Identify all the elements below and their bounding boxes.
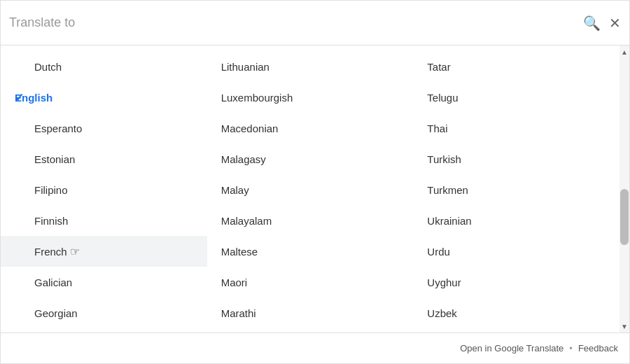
- footer: Open in Google Translate • Feedback: [1, 332, 629, 363]
- language-label-tatar: Tatar: [427, 61, 450, 73]
- language-item-urdu[interactable]: Urdu: [413, 236, 620, 267]
- open-in-google-translate-link[interactable]: Open in Google Translate: [460, 343, 564, 354]
- language-item-dutch[interactable]: Dutch: [1, 51, 207, 82]
- language-label-uyghur: Uyghur: [427, 276, 461, 288]
- language-item-malay[interactable]: Malay: [207, 174, 414, 205]
- language-label-malagasy: Malagasy: [221, 153, 266, 165]
- language-label-estonian: Estonian: [34, 153, 75, 165]
- search-icon[interactable]: 🔍: [583, 15, 601, 31]
- language-label-uzbek: Uzbek: [427, 307, 457, 319]
- language-label-turkmen: Turkmen: [427, 184, 468, 196]
- language-item-thai[interactable]: Thai: [413, 113, 620, 144]
- language-label-finnish: Finnish: [34, 215, 68, 227]
- language-item-finnish[interactable]: Finnish: [1, 205, 207, 236]
- feedback-link[interactable]: Feedback: [578, 343, 618, 354]
- language-item-turkmen[interactable]: Turkmen: [413, 174, 620, 205]
- language-label-esperanto: Esperanto: [34, 122, 82, 134]
- language-column-1: Dutch✓EnglishEsperantoEstonianFilipinoFi…: [1, 46, 207, 332]
- language-label-marathi: Marathi: [221, 307, 256, 319]
- language-label-galician: Galician: [34, 276, 72, 288]
- cursor-icon: ☞: [70, 245, 80, 258]
- language-item-tatar[interactable]: Tatar: [413, 51, 620, 82]
- language-label-macedonian: Macedonian: [221, 122, 279, 134]
- search-input[interactable]: [9, 15, 578, 30]
- language-item-georgian[interactable]: Georgian: [1, 298, 207, 328]
- language-label-malayalam: Malayalam: [221, 215, 272, 227]
- language-item-lithuanian[interactable]: Lithuanian: [207, 51, 414, 82]
- scrollbar-track: ▲ ▼: [620, 46, 629, 332]
- check-icon: ✓: [15, 91, 24, 104]
- language-item-maltese[interactable]: Maltese: [207, 236, 414, 267]
- language-label-dutch: Dutch: [34, 61, 62, 73]
- language-item-turkish[interactable]: Turkish: [413, 144, 620, 174]
- language-item-macedonian[interactable]: Macedonian: [207, 113, 414, 144]
- language-item-ukrainian[interactable]: Ukrainian: [413, 205, 620, 236]
- language-item-galician[interactable]: Galician: [1, 267, 207, 298]
- close-icon[interactable]: ✕: [609, 15, 621, 31]
- language-item-telugu[interactable]: Telugu: [413, 82, 620, 113]
- language-item-malagasy[interactable]: Malagasy: [207, 144, 414, 174]
- language-label-malay: Malay: [221, 184, 249, 196]
- language-item-uyghur[interactable]: Uyghur: [413, 267, 620, 298]
- search-bar: 🔍 ✕: [1, 1, 629, 46]
- language-item-english[interactable]: ✓English: [1, 82, 207, 113]
- language-label-maori: Maori: [221, 276, 248, 288]
- language-item-esperanto[interactable]: Esperanto: [1, 113, 207, 144]
- language-label-turkish: Turkish: [427, 153, 461, 165]
- language-column-3: TatarTeluguThaiTurkishTurkmenUkrainianUr…: [413, 46, 620, 332]
- footer-dot: •: [569, 343, 573, 354]
- language-label-telugu: Telugu: [427, 92, 458, 104]
- language-label-lithuanian: Lithuanian: [221, 61, 270, 73]
- scrollbar-arrow-down[interactable]: ▼: [620, 320, 629, 332]
- translate-dialog: 🔍 ✕ Dutch✓EnglishEsperantoEstonianFilipi…: [0, 0, 630, 364]
- language-item-uzbek[interactable]: Uzbek: [413, 298, 620, 328]
- language-label-french: French: [34, 246, 67, 258]
- language-label-ukrainian: Ukrainian: [427, 215, 471, 227]
- language-label-georgian: Georgian: [34, 307, 78, 319]
- language-item-luxembourgish[interactable]: Luxembourgish: [207, 82, 414, 113]
- language-item-filipino[interactable]: Filipino: [1, 174, 207, 205]
- language-label-maltese: Maltese: [221, 246, 258, 258]
- scrollbar-arrow-up[interactable]: ▲: [620, 46, 629, 58]
- language-label-urdu: Urdu: [427, 246, 450, 258]
- language-label-luxembourgish: Luxembourgish: [221, 92, 293, 104]
- language-item-malayalam[interactable]: Malayalam: [207, 205, 414, 236]
- language-label-thai: Thai: [427, 122, 447, 134]
- language-item-marathi[interactable]: Marathi: [207, 298, 414, 328]
- language-item-estonian[interactable]: Estonian: [1, 144, 207, 174]
- scrollbar-thumb-container: [620, 58, 629, 320]
- language-column-2: LithuanianLuxembourgishMacedonianMalagas…: [207, 46, 414, 332]
- language-item-maori[interactable]: Maori: [207, 267, 414, 298]
- language-item-french[interactable]: French☞: [1, 236, 207, 267]
- columns-wrapper: Dutch✓EnglishEsperantoEstonianFilipinoFi…: [1, 46, 620, 332]
- language-label-filipino: Filipino: [34, 184, 68, 196]
- scrollbar-thumb[interactable]: [620, 189, 629, 245]
- language-area: Dutch✓EnglishEsperantoEstonianFilipinoFi…: [1, 46, 629, 332]
